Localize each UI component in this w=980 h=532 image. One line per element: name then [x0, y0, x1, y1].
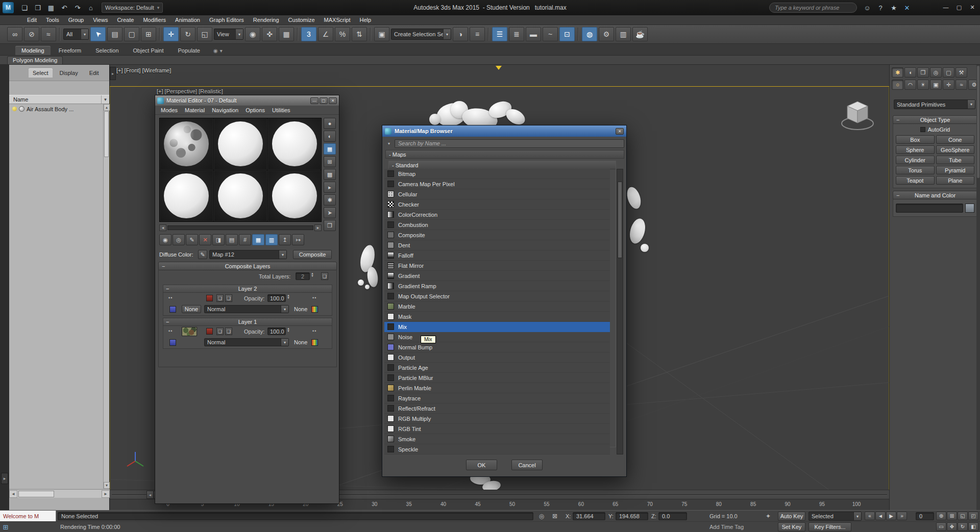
menu-views[interactable]: Views	[88, 15, 112, 24]
motion-tab-icon[interactable]: ◎	[930, 67, 942, 78]
map-item-perlin-marble[interactable]: Perlin Marble	[384, 383, 610, 393]
select-by-material-icon[interactable]: ➤	[324, 207, 336, 218]
material-editor-menu-modes[interactable]: Modes	[157, 107, 181, 113]
map-item-noise[interactable]: Noise	[384, 332, 610, 342]
keyword-search-input[interactable]	[769, 3, 857, 13]
map-item-mix[interactable]: Mix	[384, 322, 610, 332]
app-logo-icon[interactable]: M	[3, 2, 14, 13]
align-icon[interactable]: ≡	[470, 27, 485, 41]
material-editor-menu-options[interactable]: Options	[242, 107, 268, 113]
map-item-colorcorrection[interactable]: ColorCorrection	[384, 210, 610, 220]
map-item-mask[interactable]: Mask	[384, 312, 610, 322]
ribbon-tab-modeling[interactable]: Modeling	[15, 46, 51, 55]
menu-rendering[interactable]: Rendering	[249, 15, 284, 24]
sort-arrow-icon[interactable]: ▼	[101, 95, 109, 104]
show-map-in-viewport-icon[interactable]: ▦	[252, 234, 264, 245]
chevron-down-icon[interactable]: ▾	[281, 306, 288, 313]
zoom-extents-all-icon[interactable]: ◰	[968, 512, 978, 520]
display-tab-icon[interactable]: ▢	[943, 67, 954, 78]
shapes-category-icon[interactable]: ◠	[904, 80, 916, 90]
backlight-icon[interactable]: ◐	[324, 131, 336, 142]
view-cube[interactable]	[837, 94, 878, 135]
rendered-frame-icon[interactable]: ▥	[616, 27, 631, 41]
scroll-right-icon[interactable]: ►	[102, 490, 110, 498]
layer-thumb-swatch[interactable]	[169, 339, 176, 346]
collapse-icon[interactable]: −	[896, 192, 899, 198]
dialog-titlebar[interactable]: Material/Map Browser ✕	[382, 125, 626, 137]
map-item-normal-bump[interactable]: Normal Bump	[384, 342, 610, 352]
angle-snap-icon[interactable]: ∠	[318, 27, 333, 41]
explorer-tab-edit[interactable]: Edit	[85, 68, 103, 78]
scrollbar-track[interactable]	[17, 490, 102, 498]
selection-lock-icon[interactable]: ⊠	[550, 512, 559, 520]
handle-dots-icon[interactable]: ••	[168, 328, 173, 334]
utilities-tab-icon[interactable]: ⚒	[955, 67, 967, 78]
map-item-combustion[interactable]: Combustion	[384, 220, 610, 230]
map-item-gradient[interactable]: Gradient	[384, 271, 610, 281]
browser-options-icon[interactable]: ▾	[385, 139, 393, 147]
mini-listener-grid-icon[interactable]: ⊞	[2, 523, 10, 531]
bind-to-spacewarp-icon[interactable]: ≈	[41, 27, 56, 41]
pan-icon[interactable]: ✥	[947, 522, 957, 531]
map-slot-dropdown[interactable]: Map #12 ▾	[209, 250, 287, 259]
menu-maxscript[interactable]: MAXScript	[320, 15, 355, 24]
material-sample-slot-4[interactable]	[160, 170, 213, 222]
close-button[interactable]: ✕	[967, 2, 978, 12]
map-item-camera-map-per-pixel[interactable]: Camera Map Per Pixel	[384, 179, 610, 189]
scrollbar-thumb[interactable]	[18, 491, 54, 497]
chevron-down-icon[interactable]: ▾	[279, 250, 286, 259]
collapse-icon[interactable]: −	[162, 263, 165, 269]
pyramid-button[interactable]: Pyramid	[936, 166, 975, 174]
plane-button[interactable]: Plane	[936, 176, 975, 185]
collapse-icon[interactable]: −	[166, 319, 169, 325]
make-unique-icon[interactable]: ◨	[212, 234, 225, 245]
select-rotate-icon[interactable]: ↻	[180, 27, 195, 41]
layer-mask-button[interactable]: None	[294, 306, 307, 312]
zoom-all-icon[interactable]: ⊞	[947, 512, 957, 520]
play-icon[interactable]: ▶	[886, 512, 896, 520]
named-selection-dropdown[interactable]: Create Selection Se▾	[391, 29, 451, 40]
scroll-up-icon[interactable]: ▲	[104, 104, 110, 111]
selection-filter-dropdown[interactable]: All▾	[63, 29, 89, 40]
layer-header[interactable]: − Layer 1	[163, 318, 332, 326]
material-editor-menu-navigation[interactable]: Navigation	[208, 107, 242, 113]
map-item-falloff[interactable]: Falloff	[384, 250, 610, 261]
layer-header[interactable]: − Layer 2	[163, 285, 332, 293]
map-item-smoke[interactable]: Smoke	[384, 434, 610, 444]
help-icon[interactable]: ?	[875, 3, 886, 13]
menu-create[interactable]: Create	[112, 15, 138, 24]
window-crossing-icon[interactable]: ⊞	[141, 27, 156, 41]
scroll-down-icon[interactable]: ▼	[104, 482, 110, 489]
render-setup-icon[interactable]: ⚙	[599, 27, 614, 41]
material-sample-slot-2[interactable]	[214, 118, 267, 170]
maximize-viewport-icon[interactable]: ◧	[968, 522, 978, 531]
geometry-category-icon[interactable]: ○	[892, 80, 903, 90]
autogrid-checkbox[interactable]	[920, 127, 925, 132]
spinner-snap-icon[interactable]: ⇅	[352, 27, 367, 41]
scroll-left-icon[interactable]: ◄	[159, 224, 166, 231]
blend-mode-dropdown[interactable]: Normal ▾	[204, 338, 289, 346]
browser-scrollbar[interactable]	[617, 169, 623, 454]
scene-explorer-toggle-icon[interactable]: ☰	[492, 27, 507, 41]
layer-texture-thumbnail[interactable]	[182, 327, 197, 336]
map-item-rgb-multiply[interactable]: RGB Multiply	[384, 414, 610, 424]
map-item-reflect-refract[interactable]: Reflect/Refract	[384, 403, 610, 414]
select-scale-icon[interactable]: ◱	[197, 27, 212, 41]
scrollbar-thumb[interactable]	[104, 111, 109, 157]
chevron-down-icon[interactable]: ▾	[853, 512, 861, 520]
y-coordinate-field[interactable]: 194.658	[616, 512, 648, 520]
scroll-left-icon[interactable]: ◄	[9, 490, 17, 498]
map-item-dent[interactable]: Dent	[384, 240, 610, 250]
snaps-toggle-3d-icon[interactable]: 3	[301, 27, 316, 41]
ribbon-options-icon[interactable]: ◉	[213, 48, 218, 54]
mask-color-swatch[interactable]	[311, 306, 318, 313]
scroll-right-icon[interactable]: ►	[314, 224, 322, 231]
use-pivot-center-icon[interactable]: ◉	[245, 27, 260, 41]
zoom-extents-icon[interactable]: ◱	[958, 512, 968, 520]
handle-dots-icon[interactable]: ••	[312, 328, 316, 334]
map-item-flat-mirror[interactable]: Flat Mirror	[384, 261, 610, 271]
map-item-bitmap[interactable]: Bitmap	[384, 169, 610, 179]
material-id-icon[interactable]: #	[239, 234, 251, 245]
explorer-vertical-scrollbar[interactable]: ▲ ▼	[103, 104, 109, 489]
schematic-view-icon[interactable]: ⊡	[559, 27, 575, 41]
